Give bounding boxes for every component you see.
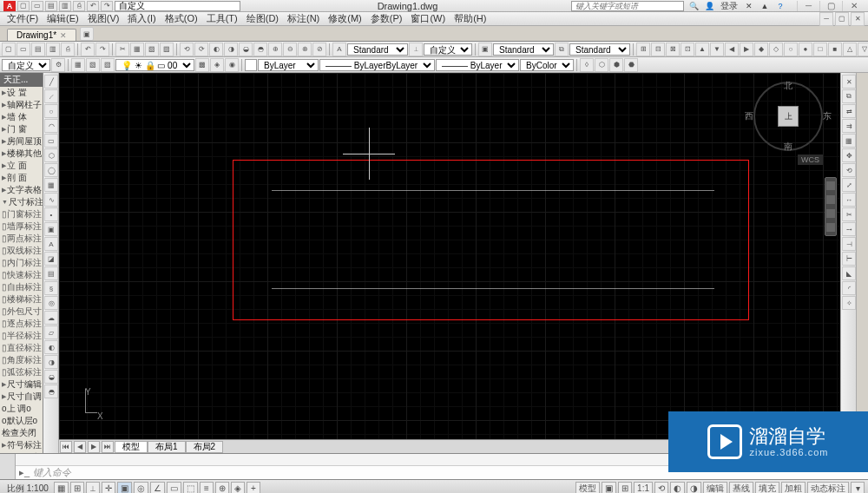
scrollbar-v[interactable] xyxy=(856,73,868,453)
saveas-icon[interactable]: ▥ xyxy=(59,1,71,11)
chamfer-icon[interactable]: ◣ xyxy=(842,266,856,280)
sb-icon[interactable]: ⟂ xyxy=(86,482,100,494)
rotate-icon[interactable]: ⟲ xyxy=(842,163,856,177)
sb-icon[interactable]: ▣ xyxy=(117,482,132,494)
tool-icon[interactable]: ▣ xyxy=(478,43,492,56)
color-swatch[interactable] xyxy=(245,59,257,71)
sb-icon[interactable]: ⊕ xyxy=(215,482,229,494)
tab-first-icon[interactable]: ⏮ xyxy=(60,441,72,453)
menu-help[interactable]: 帮助(H) xyxy=(450,12,490,25)
donut-icon[interactable]: ◎ xyxy=(44,296,58,310)
menu-insert[interactable]: 插入(I) xyxy=(124,12,159,25)
annoscale-label[interactable]: 1:1 xyxy=(634,482,653,494)
scale-label[interactable]: 比例 1:100 xyxy=(3,483,52,494)
trim-icon[interactable]: ✂ xyxy=(842,207,856,221)
polyline-icon[interactable]: ⟋ xyxy=(44,89,58,103)
tool-icon[interactable]: ▢ xyxy=(2,43,16,56)
hatch-icon[interactable]: ▦ xyxy=(44,178,58,192)
tool-icon[interactable]: ⊞ xyxy=(636,43,650,56)
search-icon[interactable]: 🔍 xyxy=(687,1,700,11)
menu-dim[interactable]: 标注(N) xyxy=(284,12,323,25)
undo-icon[interactable]: ↶ xyxy=(87,1,99,11)
helix-icon[interactable]: § xyxy=(44,281,58,295)
panel-item[interactable]: ▶轴网柱子 xyxy=(0,99,43,111)
tool-icon[interactable]: ⊠ xyxy=(666,43,680,56)
model-button[interactable]: 模型 xyxy=(575,482,600,494)
tool-icon[interactable]: ▧ xyxy=(145,43,159,56)
sb-icon[interactable]: ⊞ xyxy=(618,482,632,494)
tool-icon[interactable]: ◒ xyxy=(44,370,58,384)
menu-file[interactable]: 文件(F) xyxy=(3,12,42,25)
sb-toggle[interactable]: 动态标注 xyxy=(807,482,849,494)
panel-subitem[interactable]: ▯楼梯标注 xyxy=(0,293,43,306)
tool-icon[interactable]: ▨ xyxy=(101,58,115,72)
mirror-icon[interactable]: ⇄ xyxy=(842,104,856,118)
tool-icon[interactable]: ⊖ xyxy=(283,43,297,56)
new-icon[interactable]: ▢ xyxy=(17,1,30,11)
polygon-icon[interactable]: ⬡ xyxy=(44,148,58,162)
maximize-button[interactable]: ▢ xyxy=(819,1,842,11)
revcloud-icon[interactable]: ☁ xyxy=(44,311,58,325)
sb-icon[interactable]: ◑ xyxy=(687,482,701,494)
plotstyle-dropdown[interactable]: ByColor xyxy=(520,59,574,71)
menu-edit[interactable]: 编辑(E) xyxy=(43,12,82,25)
minimize-button[interactable]: ─ xyxy=(797,1,819,11)
panel-item[interactable]: o默认层o xyxy=(0,415,43,427)
viewcube-south[interactable]: 南 xyxy=(784,141,792,153)
panel-item[interactable]: ▶剖 面 xyxy=(0,172,43,184)
tool-icon[interactable]: ▦ xyxy=(71,58,85,72)
panel-subitem[interactable]: ▯门窗标注 xyxy=(0,208,43,220)
copy-icon[interactable]: ⧉ xyxy=(842,89,856,103)
tool-icon[interactable]: ▧ xyxy=(86,58,100,72)
panel-item[interactable]: ▶设 置 xyxy=(0,87,43,99)
tab-close-icon[interactable]: ✕ xyxy=(60,31,67,40)
tool-icon[interactable]: ▦ xyxy=(130,43,144,56)
panel-subitem[interactable]: ▯两点标注 xyxy=(0,233,43,245)
tool-icon[interactable]: A xyxy=(332,43,346,56)
tool-icon[interactable]: ⬣ xyxy=(624,58,638,72)
tool-icon[interactable]: ◊ xyxy=(580,58,594,72)
panel-item[interactable]: ▶尺寸自调 xyxy=(0,391,43,403)
tool-icon[interactable]: ↶ xyxy=(81,43,95,56)
tool-icon[interactable]: ▽ xyxy=(858,43,868,56)
panel-item[interactable]: ▶房间屋顶 xyxy=(0,135,43,148)
sb-icon[interactable]: ▭ xyxy=(167,482,181,494)
menu-modify[interactable]: 修改(M) xyxy=(325,12,365,25)
panel-subitem[interactable]: ▯外包尺寸 xyxy=(0,306,43,318)
extend-icon[interactable]: ⤍ xyxy=(842,222,856,236)
tab-next-icon[interactable]: ▶ xyxy=(88,441,100,453)
text-icon[interactable]: A xyxy=(44,237,58,251)
tool-icon[interactable]: ▶ xyxy=(740,43,753,56)
tool-icon[interactable]: ■ xyxy=(828,43,842,56)
stretch-icon[interactable]: ↔ xyxy=(842,193,856,207)
textstyle-dropdown[interactable]: Standard xyxy=(347,43,408,56)
sb-toggle[interactable]: 填充 xyxy=(755,482,779,494)
cloud-icon[interactable]: ▲ xyxy=(759,1,771,11)
tool-icon[interactable]: ⎙ xyxy=(61,43,75,56)
tab-last-icon[interactable]: ⏭ xyxy=(102,441,114,453)
region-icon[interactable]: ◪ xyxy=(44,252,58,266)
panel-subitem[interactable]: ▯双线标注 xyxy=(0,245,43,257)
nav-zoom-icon[interactable] xyxy=(826,209,835,218)
redo-icon[interactable]: ↷ xyxy=(101,1,113,11)
tool-icon[interactable]: ⟂ xyxy=(409,43,423,56)
sb-icon[interactable]: ◈ xyxy=(231,482,245,494)
document-tab[interactable]: Drawing1* ✕ xyxy=(7,29,76,41)
color-dropdown[interactable]: ByLayer xyxy=(258,59,319,71)
sb-icon[interactable]: ⬚ xyxy=(183,482,198,494)
tool-icon[interactable]: ◆ xyxy=(754,43,768,56)
tool-icon[interactable]: ● xyxy=(799,43,812,56)
wipeout-icon[interactable]: ▱ xyxy=(44,325,58,339)
menu-view[interactable]: 视图(V) xyxy=(84,12,123,25)
view-cube[interactable]: 北 南 东 西 上 WCS xyxy=(753,82,823,151)
explode-icon[interactable]: ✧ xyxy=(842,296,856,310)
user-icon[interactable]: 👤 xyxy=(703,1,715,11)
menu-tools[interactable]: 工具(T) xyxy=(203,12,241,25)
panel-item[interactable]: ▶图层控制 xyxy=(0,451,43,453)
viewcube-wcs[interactable]: WCS xyxy=(798,154,823,165)
menu-format[interactable]: 格式(O) xyxy=(161,12,201,25)
panel-item[interactable]: o上 调o xyxy=(0,403,43,415)
sb-toggle[interactable]: 基线 xyxy=(729,482,753,494)
sb-icon[interactable]: ≡ xyxy=(200,482,214,494)
panel-item[interactable]: ▶尺寸编辑 xyxy=(0,378,43,391)
